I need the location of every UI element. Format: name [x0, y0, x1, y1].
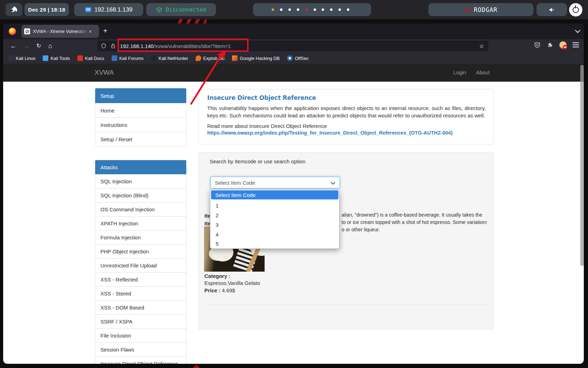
home-button[interactable]: ⌂ — [48, 41, 52, 51]
category-value: Espresso,Vanilla Gelato — [204, 280, 260, 286]
clock[interactable]: Dec 29 | 18:18 — [24, 3, 69, 16]
sidebar-attacks-header: Attacks — [95, 160, 186, 174]
annotation-url-highlight-box — [118, 39, 248, 52]
option-3[interactable]: 3 — [211, 220, 338, 230]
reload-button[interactable]: ↻ — [36, 41, 41, 51]
search-label: Search by Itemcode or use search option — [210, 158, 306, 164]
option-1[interactable]: 1 — [211, 201, 338, 210]
option-select-item-code[interactable]: Select Item Code — [211, 190, 338, 199]
workspace-indicator[interactable] — [253, 3, 371, 16]
target-icon — [464, 7, 471, 13]
sidebar-item-sql-injection[interactable]: SQL Injection — [95, 174, 186, 188]
forward-button[interactable]: → — [23, 41, 29, 51]
applications-menu-button[interactable] — [6, 3, 22, 16]
workspace-dot-1[interactable] — [272, 8, 274, 11]
bookmark-star-icon[interactable]: ☆ — [479, 43, 484, 49]
power-button[interactable] — [569, 3, 582, 16]
sidebar-item-instructions[interactable]: Instructions — [95, 117, 186, 132]
login-link[interactable]: Login — [453, 69, 466, 75]
workspace-dot-9[interactable] — [338, 8, 341, 11]
bookmark-exploit-db[interactable]: Exploit-DB — [196, 55, 225, 61]
bookmark-kali-nethunter[interactable]: Kali NetHunter — [151, 55, 188, 61]
new-tab-button[interactable]: + — [103, 27, 107, 35]
tab-xvwa[interactable]: XVWA - Xtreme Vulnerable × — [21, 25, 99, 38]
workspace-dot-10[interactable] — [347, 8, 349, 11]
firefox-window: XVWA - Xtreme Vulnerable × + ← → ↻ ⌂ — [3, 23, 584, 364]
sidebar-item-formula-injection[interactable]: Formula Injection — [95, 230, 186, 244]
vpn-status-text: Disconnected — [166, 6, 206, 13]
sidebar-item-home[interactable]: Home — [95, 103, 186, 117]
vpn-status[interactable]: Disconnected — [146, 3, 216, 16]
scrollbar-thumb[interactable] — [580, 65, 584, 266]
sidebar-item-sql-injection-blind[interactable]: SQL Injection (Blind) — [95, 188, 186, 202]
workspace-dot-5[interactable] — [305, 8, 308, 11]
bookmark-kali-tools[interactable]: Kali Tools — [43, 55, 70, 61]
divider — [207, 305, 486, 305]
sidebar-item-xss-stored[interactable]: XSS - Stored — [95, 286, 186, 300]
pocket-icon[interactable] — [534, 42, 541, 49]
sidebar-item-unrestricted-file-upload[interactable]: Unrestricted File Upload — [95, 258, 186, 272]
bookmark-kali-docs[interactable]: Kali Docs — [77, 55, 104, 61]
firefox-logo-icon[interactable] — [9, 28, 16, 35]
tab-bar: XVWA - Xtreme Vulnerable × + — [3, 23, 584, 39]
sidebar-item-session-flaws[interactable]: Session Flaws — [95, 342, 186, 356]
sidebar-item-ssrf-xspa[interactable]: SSRF / XSPA — [95, 314, 186, 328]
item-description-line2: to or ice cream topped with a shot of ho… — [342, 219, 487, 225]
item-code-select[interactable]: Select Item Code — [210, 177, 340, 189]
item-price: Price : 4.69$ — [204, 287, 235, 293]
workspace-dot-4[interactable] — [297, 8, 299, 11]
workspace-dot-6[interactable] — [314, 8, 316, 11]
desktop: Dec 29 | 18:18 192.168.1.139 Disconnecte… — [0, 0, 588, 368]
sidebar-item-os-command-injection[interactable]: OS Command Injection — [95, 202, 186, 216]
idor-intro-card: Insecure Direct Object Reference This vu… — [198, 89, 493, 144]
extensions-puzzle-icon[interactable] — [547, 42, 554, 49]
workspace-dot-7[interactable] — [322, 8, 324, 11]
kali-dragon-icon — [10, 6, 18, 14]
sidebar-item-xpath-injection[interactable]: XPATH Injection — [95, 216, 186, 230]
user-menu[interactable]: RODGAR — [428, 3, 533, 16]
option-2[interactable]: 2 — [211, 211, 338, 220]
read-more-text: Read more about Insecure Direct Object R… — [207, 123, 327, 129]
list-tabs-chevron-icon[interactable] — [576, 28, 580, 32]
site-header: XVWA Login About — [3, 64, 584, 82]
wallpaper-bottom-strip — [0, 364, 588, 368]
item-description-line3: o or other liqueur. — [342, 227, 487, 232]
option-4[interactable]: 4 — [211, 230, 338, 239]
bookmark-label: Kali Forums — [119, 56, 144, 61]
menu-hamburger-icon[interactable] — [573, 42, 579, 47]
owasp-link[interactable]: https://www.owasp.org/index.php/Testing_… — [207, 130, 453, 136]
bookmarks-toolbar: Kali LinuxKali ToolsKali DocsKali Forums… — [3, 53, 584, 64]
shield-icon[interactable] — [101, 43, 106, 49]
sidebar-item-setup-reset[interactable]: Setup / Reset — [95, 132, 186, 146]
sidebar-item-xss-dom-based[interactable]: XSS - DOM Based — [95, 300, 186, 314]
volume-control[interactable] — [537, 3, 567, 16]
sidebar-item-xss-reflected[interactable]: XSS - Reflected — [95, 272, 186, 286]
bookmark-kali-forums[interactable]: Kali Forums — [112, 55, 144, 61]
system-panel: Dec 29 | 18:18 192.168.1.139 Disconnecte… — [0, 0, 588, 19]
sidebar-item-file-inclusion[interactable]: File Inclusion — [95, 328, 186, 342]
lock-insecure-icon[interactable] — [110, 43, 116, 49]
xvwa-favicon — [24, 28, 30, 34]
bookmark-offsec[interactable]: OffSec — [287, 55, 309, 61]
bookmark-google-hacking-db[interactable]: Google Hacking DB — [232, 55, 280, 61]
ip-indicator[interactable]: 192.168.1.139 — [74, 3, 143, 16]
bookmark-label: Google Hacking DB — [240, 56, 280, 61]
sidebar-item-insecure-direct-object-reference[interactable]: Insecure Direct Object Reference — [95, 356, 186, 364]
item-description-line1: alian, "drowned") is a coffee-based beve… — [342, 212, 487, 218]
workspace-dot-8[interactable] — [330, 8, 332, 11]
category-label: Category : — [204, 273, 230, 279]
navigation-toolbar: ← → ↻ ⌂ 192.168.1.140/xvwa/vulnerabiliti… — [3, 39, 584, 53]
workspace-dot-2[interactable] — [280, 8, 282, 11]
site-brand[interactable]: XVWA — [94, 69, 114, 76]
blocked-badge-icon — [563, 45, 567, 49]
back-button[interactable]: ← — [10, 41, 16, 51]
bookmark-kali-linux[interactable]: Kali Linux — [8, 55, 35, 61]
workspace-dot-3[interactable] — [288, 8, 291, 11]
option-5[interactable]: 5 — [211, 239, 338, 248]
idor-title: Insecure Direct Object Reference — [207, 94, 316, 101]
tab-title: XVWA - Xtreme Vulnerable — [33, 29, 88, 34]
extension-avatar-icon[interactable] — [559, 41, 567, 49]
about-link[interactable]: About — [476, 69, 490, 75]
sidebar-item-php-object-injection[interactable]: PHP Object Injection — [95, 244, 186, 258]
tab-close-icon[interactable]: × — [89, 29, 92, 34]
